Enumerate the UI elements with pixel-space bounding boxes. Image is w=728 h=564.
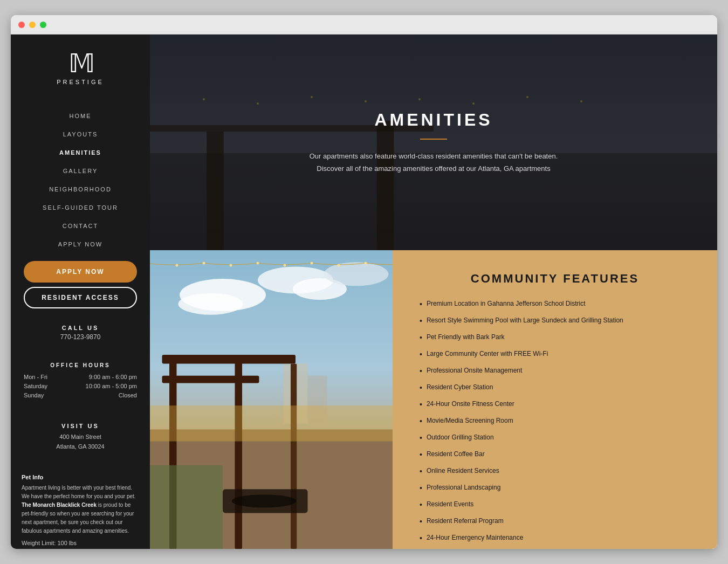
- browser-window: 𝕄 PRESTIGE HOME LAYOUTS AMENITIES GALLER…: [11, 15, 717, 549]
- visit-us-label: VISIT US: [56, 423, 104, 429]
- feature-item-10: • Online Resident Services: [420, 466, 690, 477]
- feature-text-12: Resident Events: [427, 499, 473, 509]
- apply-now-button[interactable]: APPLY NOW: [24, 261, 137, 283]
- pet-info-before-bold: Apartment living is better with your bes…: [22, 485, 136, 499]
- svg-point-29: [338, 264, 340, 267]
- community-panel: COMMUNITY FEATURES • Premium Location in…: [393, 250, 717, 549]
- hours-day-weekday: Mon - Fri: [24, 374, 47, 380]
- nav-gallery[interactable]: GALLERY: [11, 162, 150, 180]
- feature-item-5: • Resident Cyber Station: [420, 382, 690, 394]
- office-hours-section: OFFICE HOURS Mon - Fri 9:00 am - 6:00 pm…: [11, 357, 150, 407]
- svg-rect-35: [291, 364, 297, 549]
- pet-info-text: Apartment living is better with your bes…: [22, 484, 139, 535]
- svg-rect-34: [235, 355, 243, 549]
- pet-info-title: Pet Info: [22, 474, 139, 480]
- call-us-section: CALL US 770-123-9870: [50, 319, 112, 346]
- hero-divider: [420, 139, 447, 140]
- hours-time-saturday: 10:00 am - 5:00 pm: [86, 383, 137, 389]
- feature-text-5: Resident Cyber Station: [427, 382, 493, 392]
- feature-text-9: Resident Coffee Bar: [427, 449, 485, 459]
- svg-point-16: [178, 293, 243, 315]
- svg-point-26: [257, 262, 259, 265]
- hours-day-sunday: Sunday: [24, 392, 44, 398]
- nav-self-guided-tour[interactable]: SELF-GUIDED TOUR: [11, 198, 150, 217]
- close-dot[interactable]: [18, 22, 25, 28]
- svg-point-24: [203, 262, 205, 265]
- svg-point-25: [230, 264, 232, 267]
- nav-contact[interactable]: CONTACT: [11, 217, 150, 235]
- bullet-3: •: [420, 349, 422, 360]
- svg-rect-39: [150, 405, 393, 441]
- call-us-number: 770-123-9870: [60, 333, 101, 341]
- feature-text-14: 24-Hour Emergency Maintenance: [427, 533, 523, 542]
- bullet-1: •: [420, 315, 422, 327]
- nav-neighborhood[interactable]: NEIGHBORHOOD: [11, 180, 150, 198]
- hours-row-saturday: Saturday 10:00 am - 5:00 pm: [24, 383, 137, 389]
- bullet-8: •: [420, 432, 422, 444]
- svg-point-23: [176, 264, 178, 267]
- svg-point-28: [311, 262, 313, 265]
- feature-text-1: Resort Style Swimming Pool with Large Su…: [427, 315, 623, 325]
- feature-text-8: Outdoor Grilling Station: [427, 432, 494, 442]
- feature-text-11: Professional Landscaping: [427, 483, 500, 492]
- nav-amenities[interactable]: AMENITIES: [11, 143, 150, 162]
- feature-item-1: • Resort Style Swimming Pool with Large …: [420, 315, 690, 327]
- bullet-0: •: [420, 299, 422, 310]
- feature-item-11: • Professional Landscaping: [420, 483, 690, 494]
- logo-text: PRESTIGE: [57, 79, 104, 85]
- feature-item-0: • Premium Location in Gahanna Jefferson …: [420, 299, 690, 310]
- hours-day-saturday: Saturday: [24, 383, 47, 389]
- hero-content: AMENITIES Our apartments also feature wo…: [310, 110, 558, 174]
- feature-item-2: • Pet Friendly with Bark Park: [420, 332, 690, 343]
- feature-text-2: Pet Friendly with Bark Park: [427, 332, 505, 342]
- svg-point-27: [284, 264, 286, 267]
- call-us-label: CALL US: [60, 325, 101, 331]
- nav-layouts[interactable]: LAYOUTS: [11, 125, 150, 143]
- feature-text-4: Professional Onsite Management: [427, 366, 522, 375]
- hours-row-sunday: Sunday Closed: [24, 392, 137, 398]
- feature-item-14: • 24-Hour Emergency Maintenance: [420, 533, 690, 544]
- feature-item-8: • Outdoor Grilling Station: [420, 432, 690, 444]
- browser-content: 𝕄 PRESTIGE HOME LAYOUTS AMENITIES GALLER…: [11, 35, 717, 549]
- hero-section: AMENITIES Our apartments also feature wo…: [150, 35, 717, 250]
- logo-icon: 𝕄: [68, 51, 93, 77]
- feature-text-13: Resident Referral Program: [427, 516, 504, 526]
- nav-home[interactable]: HOME: [11, 107, 150, 125]
- svg-point-37: [232, 494, 297, 507]
- feature-text-0: Premium Location in Gahanna Jefferson Sc…: [427, 299, 586, 308]
- pet-info-bold: The Monarch Blacklick Creek: [22, 502, 97, 508]
- hero-subtitle: Our apartments also feature world-class …: [310, 150, 558, 174]
- photo-panel: [150, 250, 393, 549]
- minimize-dot[interactable]: [29, 22, 36, 28]
- bullet-12: •: [420, 499, 422, 511]
- feature-text-7: Movie/Media Screening Room: [427, 416, 513, 425]
- bullet-14: •: [420, 533, 422, 544]
- browser-titlebar: [11, 15, 717, 35]
- hours-row-weekday: Mon - Fri 9:00 am - 6:00 pm: [24, 374, 137, 380]
- main-content: AMENITIES Our apartments also feature wo…: [150, 35, 717, 549]
- feature-item-3: • Large Community Center with FREE Wi-Fi: [420, 349, 690, 360]
- visit-us-section: VISIT US 400 Main Street Atlanta, GA 300…: [45, 417, 115, 457]
- maximize-dot[interactable]: [40, 22, 46, 28]
- hero-title: AMENITIES: [310, 110, 558, 130]
- bullet-9: •: [420, 449, 422, 460]
- hours-time-sunday: Closed: [119, 392, 137, 398]
- svg-rect-38: [150, 465, 223, 549]
- hero-subtitle-line1: Our apartments also feature world-class …: [310, 152, 558, 160]
- sidebar: 𝕄 PRESTIGE HOME LAYOUTS AMENITIES GALLER…: [11, 35, 150, 549]
- feature-item-13: • Resident Referral Program: [420, 516, 690, 527]
- lower-section: COMMUNITY FEATURES • Premium Location in…: [150, 250, 717, 549]
- bullet-10: •: [420, 466, 422, 477]
- nav-apply-now-link[interactable]: APPLY NOW: [11, 235, 150, 253]
- feature-item-12: • Resident Events: [420, 499, 690, 511]
- feature-text-3: Large Community Center with FREE Wi-Fi: [427, 349, 548, 359]
- bullet-13: •: [420, 516, 422, 527]
- resident-access-button[interactable]: RESIDENT ACCESS: [24, 287, 137, 308]
- community-title: COMMUNITY FEATURES: [420, 272, 690, 286]
- bullet-6: •: [420, 399, 422, 410]
- svg-point-30: [365, 262, 367, 265]
- feature-text-10: Online Resident Services: [427, 466, 499, 476]
- svg-point-19: [324, 262, 389, 286]
- bullet-2: •: [420, 332, 422, 343]
- weight-limit: Weight Limit: 100 lbs: [22, 540, 139, 546]
